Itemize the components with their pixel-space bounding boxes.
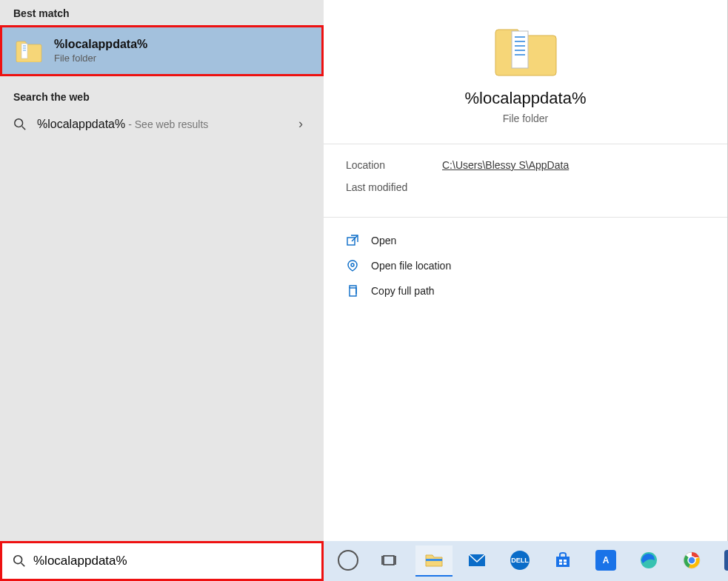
action-open-location[interactable]: Open file location xyxy=(346,253,705,278)
folder-icon xyxy=(16,40,42,62)
svg-rect-21 xyxy=(426,559,442,561)
dell-icon[interactable]: DELL xyxy=(501,545,538,577)
best-match-text: %localappdata% File folder xyxy=(54,38,147,64)
preview-header: %localappdata% File folder xyxy=(324,0,727,144)
web-result-row[interactable]: %localappdata% - See web results › xyxy=(0,109,324,139)
svg-line-17 xyxy=(21,563,25,567)
web-result-hint: - See web results xyxy=(128,118,208,130)
meta-modified-label: Last modified xyxy=(346,181,442,193)
svg-rect-23 xyxy=(556,557,570,567)
preview-title: %localappdata% xyxy=(465,89,587,108)
search-web-header: Search the web xyxy=(0,84,324,109)
task-view-icon[interactable] xyxy=(373,545,410,577)
preview-pane: %localappdata% File folder Location C:\U… xyxy=(324,0,728,541)
edge-icon[interactable] xyxy=(630,545,667,577)
store-icon[interactable] xyxy=(544,545,581,577)
meta-modified-row: Last modified xyxy=(346,181,705,193)
svg-rect-27 xyxy=(564,562,567,565)
action-open[interactable]: Open xyxy=(346,228,705,253)
svg-rect-24 xyxy=(559,560,562,562)
action-open-label: Open xyxy=(371,235,396,246)
main-area: Best match %localappdata% File folder xyxy=(0,0,728,541)
folder-icon xyxy=(494,24,558,77)
best-match-subtitle: File folder xyxy=(54,53,147,64)
preview-meta: Location C:\Users\Blessy S\AppData Last … xyxy=(324,144,727,218)
svg-point-4 xyxy=(15,118,23,127)
results-pane: Best match %localappdata% File folder xyxy=(0,0,324,541)
action-copy-path[interactable]: Copy full path xyxy=(346,278,705,303)
best-match-title: %localappdata% xyxy=(54,38,147,51)
chrome-icon[interactable] xyxy=(673,545,710,577)
file-explorer-icon[interactable] xyxy=(415,545,453,577)
search-icon xyxy=(13,118,27,131)
ad-icon[interactable]: A xyxy=(587,545,624,577)
svg-rect-26 xyxy=(559,562,562,565)
search-box[interactable] xyxy=(0,541,324,581)
web-result-query: %localappdata% xyxy=(37,118,125,131)
cortana-icon[interactable] xyxy=(330,545,367,577)
svg-point-16 xyxy=(14,556,22,564)
action-open-location-label: Open file location xyxy=(371,260,451,272)
word-icon[interactable]: W xyxy=(716,545,728,577)
svg-line-5 xyxy=(22,126,26,130)
meta-location-row: Location C:\Users\Blessy S\AppData xyxy=(346,159,705,171)
chevron-right-icon: › xyxy=(298,116,310,132)
best-match-result[interactable]: %localappdata% File folder xyxy=(0,25,324,76)
search-input[interactable] xyxy=(33,554,311,568)
preview-subtitle: File folder xyxy=(503,112,548,124)
meta-location-link[interactable]: C:\Users\Blessy S\AppData xyxy=(442,159,569,171)
taskbar: DELL A W xyxy=(324,541,728,581)
mail-icon[interactable] xyxy=(458,545,495,577)
location-icon xyxy=(346,259,359,272)
open-icon xyxy=(346,234,359,247)
svg-rect-25 xyxy=(564,560,567,562)
windows-search-popup: Best match %localappdata% File folder xyxy=(0,0,728,581)
svg-rect-15 xyxy=(350,288,356,296)
copy-icon xyxy=(346,284,359,298)
action-copy-path-label: Copy full path xyxy=(371,285,435,297)
meta-location-label: Location xyxy=(346,159,442,171)
svg-rect-12 xyxy=(347,238,355,245)
svg-point-14 xyxy=(351,263,354,266)
search-icon xyxy=(13,554,26,568)
best-match-header: Best match xyxy=(0,0,324,25)
bottom-bar: DELL A W xyxy=(0,541,728,581)
preview-actions: Open Open file location xyxy=(324,218,727,314)
svg-rect-18 xyxy=(384,556,394,565)
